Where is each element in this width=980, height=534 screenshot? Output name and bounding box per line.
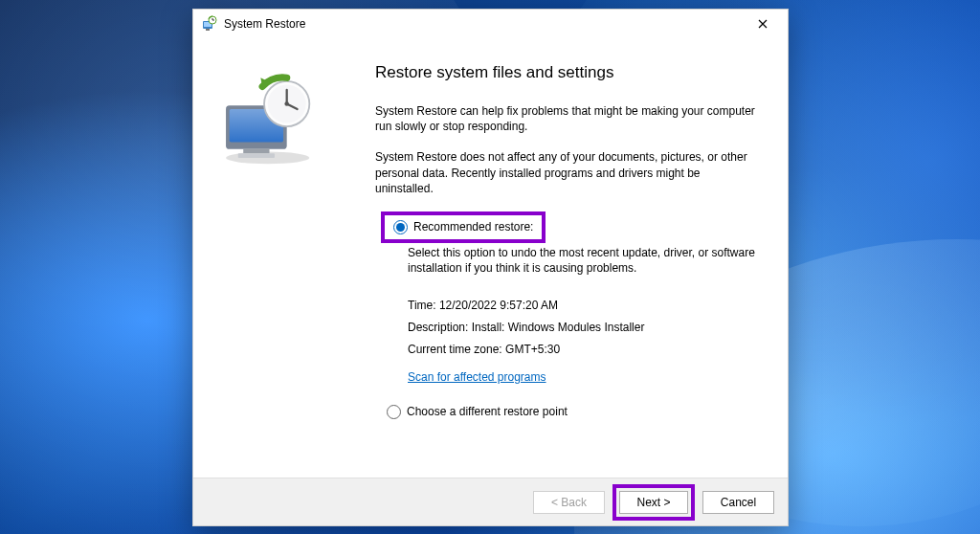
restore-timezone: Current time zone: GMT+5:30 bbox=[408, 339, 759, 361]
window-title: System Restore bbox=[224, 17, 738, 31]
intro-paragraph-2: System Restore does not affect any of yo… bbox=[375, 149, 759, 196]
dialog-body: Restore system files and settings System… bbox=[193, 38, 788, 478]
choose-different-radio[interactable] bbox=[387, 405, 401, 419]
close-button[interactable] bbox=[744, 11, 782, 36]
svg-point-12 bbox=[284, 101, 289, 106]
close-icon bbox=[758, 19, 768, 29]
recommended-restore-radio[interactable] bbox=[393, 220, 408, 234]
svg-rect-8 bbox=[243, 149, 269, 154]
choose-different-label: Choose a different restore point bbox=[407, 405, 568, 418]
recommended-restore-label: Recommended restore: bbox=[413, 220, 533, 234]
recommended-restore-highlight: Recommended restore: bbox=[381, 211, 546, 243]
recommended-restore-help: Select this option to undo the most rece… bbox=[408, 245, 759, 276]
titlebar: System Restore bbox=[193, 10, 788, 38]
system-restore-dialog: System Restore bbox=[192, 9, 789, 526]
back-button: < Back bbox=[533, 491, 605, 514]
dialog-footer: < Back Next > Cancel bbox=[193, 478, 788, 525]
page-heading: Restore system files and settings bbox=[375, 63, 759, 82]
restore-time: Time: 12/20/2022 9:57:20 AM bbox=[408, 295, 759, 317]
next-button[interactable]: Next > bbox=[619, 491, 688, 514]
content-panel: Restore system files and settings System… bbox=[370, 54, 788, 478]
svg-rect-2 bbox=[206, 29, 210, 31]
scan-affected-programs-link[interactable]: Scan for affected programs bbox=[408, 370, 546, 384]
restore-point-details: Time: 12/20/2022 9:57:20 AM Description:… bbox=[408, 295, 759, 360]
svg-rect-9 bbox=[238, 153, 275, 158]
next-button-highlight: Next > bbox=[612, 484, 695, 521]
left-panel bbox=[193, 54, 370, 478]
system-restore-graphic-icon bbox=[214, 71, 324, 167]
intro-paragraph-1: System Restore can help fix problems tha… bbox=[375, 103, 759, 134]
choose-different-option[interactable]: Choose a different restore point bbox=[387, 405, 759, 419]
cancel-button[interactable]: Cancel bbox=[702, 491, 774, 514]
system-restore-icon bbox=[201, 15, 218, 33]
restore-description: Description: Install: Windows Modules In… bbox=[408, 317, 759, 339]
